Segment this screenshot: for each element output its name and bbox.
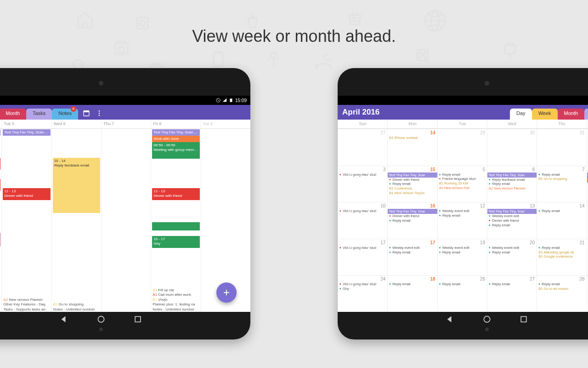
tab-month[interactable]: Month	[0, 109, 26, 120]
event-block[interactable]: 12 - 13Dinner with friend	[152, 188, 199, 200]
month-cell[interactable]: 27Reply email	[487, 276, 537, 312]
week-column[interactable]: Test Tiny Fax Tiny, Scanner,Pla...Work w…	[151, 129, 200, 312]
month-event[interactable]: Reply email	[489, 282, 535, 287]
month-event[interactable]: Reply email	[439, 213, 486, 218]
month-event[interactable]: Dinner with friend	[389, 214, 435, 218]
month-cell[interactable]: 18Reply email	[387, 276, 437, 312]
month-event[interactable]: Vist Li gong biao' stud	[339, 246, 386, 250]
nav-back-icon[interactable]	[446, 315, 455, 324]
month-event[interactable]: France language stud	[439, 177, 486, 181]
calendar-icon[interactable]	[83, 109, 90, 117]
month-cell[interactable]: 31	[537, 129, 586, 166]
month-cell[interactable]: 5Reply emailFrance language studB1 Runni…	[437, 166, 487, 202]
tab-tasks[interactable]: Tasks	[26, 109, 52, 120]
month-cell[interactable]: 19Weekly event editReply email	[437, 239, 487, 276]
month-cell[interactable]: 3Vist Li gong biao' stud	[338, 166, 387, 202]
more-icon[interactable]	[96, 109, 103, 117]
month-event[interactable]: B1 Go to shopping	[538, 177, 585, 181]
event-block[interactable]: 15:30 - 16:30France language study	[0, 233, 0, 247]
nav-recent-icon[interactable]	[519, 315, 528, 324]
month-event[interactable]: B1 Attending google de	[538, 250, 585, 255]
event-banner[interactable]: Test Tiny Fax Tiny, Scar	[388, 172, 437, 178]
week-column[interactable]: Test Tiny Fax Tiny, Scanner,Pla...12 - 1…	[1, 129, 51, 312]
month-cell[interactable]: 17Vist Li gong biao' stud	[338, 239, 387, 276]
event-banner[interactable]: Test Tiny Fax Tiny, Scar	[487, 209, 537, 214]
month-event[interactable]: Reply email	[538, 246, 585, 250]
month-event[interactable]: Weekly event edit	[439, 209, 486, 213]
month-event[interactable]: Vist Li gong biao' stud	[339, 209, 386, 213]
month-cell[interactable]: 14Reply email	[537, 202, 586, 239]
tab-tasks[interactable]: Tasks	[584, 109, 588, 120]
nav-home-icon[interactable]	[482, 315, 492, 324]
month-cell[interactable]: 17Weekly event editReply email	[387, 239, 437, 276]
month-cell[interactable]: 12Weekly event editReply email	[437, 202, 487, 239]
month-cell[interactable]: 6Test Tiny Fax Tiny, ScarReply feedback …	[487, 166, 537, 202]
month-event[interactable]: B1 Google conference	[538, 254, 585, 259]
month-event[interactable]: A2 New.version Fax	[439, 186, 486, 190]
month-event[interactable]: Reply email	[538, 209, 585, 213]
month-event[interactable]: Dinner with friend	[489, 218, 535, 223]
month-cell[interactable]: Dinner with friendReply email	[587, 239, 588, 276]
month-event[interactable]: B1 New version TinySc	[389, 191, 435, 196]
month-event[interactable]: B1 Go to art museu	[538, 287, 585, 291]
event-block[interactable]	[152, 222, 199, 230]
month-event[interactable]: Reply email	[538, 172, 585, 177]
month-cell[interactable]: 7Reply emailB1 Go to shopping	[537, 166, 586, 202]
event-block[interactable]	[0, 179, 0, 191]
week-column[interactable]	[101, 129, 151, 312]
month-event[interactable]: Reply email	[489, 182, 535, 186]
month-event[interactable]: Reply email	[538, 282, 585, 287]
month-cell[interactable]: 16Test Tiny Fax Tiny, ScarDinner with fr…	[387, 202, 437, 239]
event-block[interactable]: Test Tiny Fax Tiny, Scanner,Pla...	[152, 129, 199, 136]
month-event[interactable]: Ghy	[339, 287, 386, 291]
month-cell[interactable]: 28Reply emailB1 Go to art museu	[537, 276, 586, 312]
month-event[interactable]: B1 Conference	[389, 186, 435, 191]
month-cell[interactable]: 24Vist Li gong biao' studGhy	[338, 276, 387, 312]
event-block[interactable]: Test Tiny Fax Tiny, Scanner,Pla...	[3, 129, 50, 136]
month-cell[interactable]: 14B1 iPhone subtask	[387, 129, 437, 166]
month-event[interactable]: A2 New.version Planner	[489, 186, 535, 191]
month-cell[interactable]: Reply email	[587, 276, 588, 312]
month-event[interactable]: Reply feedback email	[489, 178, 535, 182]
month-cell[interactable]: 10Vist Li gong biao' stud	[338, 202, 387, 239]
week-column[interactable]: 10 - 14Reply feedback emailB1 Go to shop…	[51, 129, 101, 312]
month-cell[interactable]: 20Weekly event editReply email	[487, 239, 537, 276]
month-event[interactable]: Reply email	[439, 282, 486, 287]
tab-notes[interactable]: Notes6	[52, 109, 78, 120]
nav-home-icon[interactable]	[96, 315, 106, 324]
nav-back-icon[interactable]	[60, 315, 69, 324]
tab-week[interactable]: Week	[532, 109, 558, 120]
month-event[interactable]: Vist Li gong biao' stud	[339, 172, 386, 177]
month-event[interactable]: Reply email	[389, 182, 435, 186]
event-block[interactable]: 12 - 13Dinner with friend	[3, 188, 50, 200]
month-cell[interactable]: 30	[487, 129, 537, 166]
month-event[interactable]: Weekly event edit	[389, 246, 435, 250]
month-cell[interactable]: 15Test Tiny Fax Tiny, ScarDinner with fr…	[387, 166, 437, 202]
month-event[interactable]: Reply email	[489, 250, 535, 255]
event-block[interactable]: 16 - 17Ghy	[152, 236, 199, 248]
month-event[interactable]: Reply email	[389, 282, 435, 287]
month-event[interactable]: B1 Running 10 KM	[439, 181, 486, 186]
month-event[interactable]: Weekly event edit	[489, 214, 535, 218]
tab-day[interactable]: Day	[510, 109, 532, 120]
month-event[interactable]: Reply email	[389, 250, 435, 255]
month-cell[interactable]: 26Reply email	[437, 276, 487, 312]
month-cell[interactable]: 21Reply emailB1 Attending google deB1 Go…	[537, 239, 586, 276]
tab-month[interactable]: Month	[558, 109, 585, 120]
month-event[interactable]: Dinner with friend	[389, 178, 435, 182]
event-block[interactable]: 10 - 14Reply feedback email	[53, 158, 100, 213]
event-block[interactable]: Work with Jone	[152, 136, 199, 142]
month-cell[interactable]: 13Test Tiny Fax Tiny, ScarWeekly event e…	[487, 202, 537, 239]
month-event[interactable]: Weekly event edit	[439, 246, 486, 250]
event-banner[interactable]: Test Tiny Fax Tiny, Scar	[487, 172, 537, 178]
event-block[interactable]	[0, 158, 0, 170]
event-block[interactable]: Scanner,Pla...	[0, 129, 0, 136]
month-event[interactable]: Reply email	[389, 218, 435, 223]
month-event[interactable]: Weekly event edit	[489, 246, 535, 250]
month-event[interactable]: Reply email	[439, 250, 486, 255]
month-event[interactable]: Reply email	[489, 223, 535, 228]
month-cell[interactable]: Dinner with friendReply emailB1 Redesign…	[587, 129, 588, 166]
month-event[interactable]: Vist Li gong biao' stud	[339, 282, 386, 287]
event-banner[interactable]: Test Tiny Fax Tiny, Scar	[388, 209, 437, 214]
month-cell[interactable]: 29	[437, 129, 487, 166]
